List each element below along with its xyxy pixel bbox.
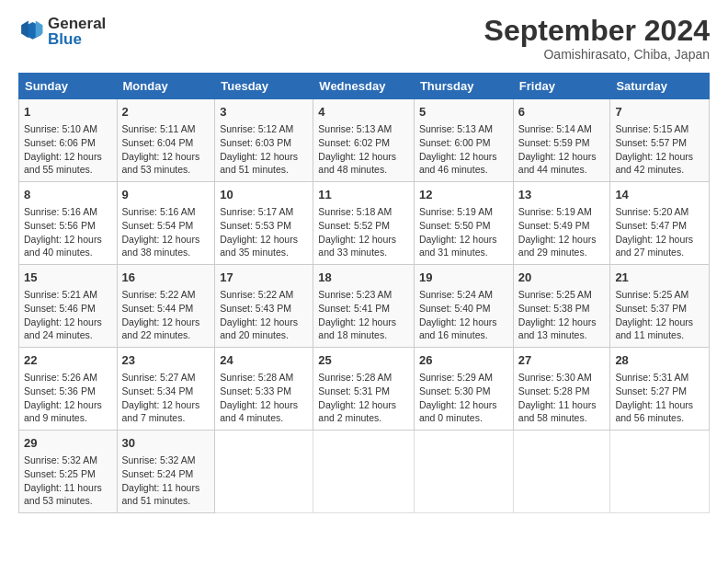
- sunrise-text: Sunrise: 5:25 AM: [615, 289, 688, 300]
- sunset-text: Sunset: 5:27 PM: [615, 385, 687, 396]
- calendar-cell: 14Sunrise: 5:20 AMSunset: 5:47 PMDayligh…: [610, 182, 710, 265]
- calendar-body: 1Sunrise: 5:10 AMSunset: 6:06 PMDaylight…: [19, 99, 710, 513]
- day-number: 5: [419, 104, 508, 121]
- svg-marker-2: [21, 20, 28, 38]
- calendar-week-row: 15Sunrise: 5:21 AMSunset: 5:46 PMDayligh…: [19, 265, 710, 348]
- sunset-text: Sunset: 5:41 PM: [318, 303, 390, 314]
- day-number: 22: [24, 352, 112, 369]
- daylight-text: Daylight: 12 hours and 40 minutes.: [24, 234, 102, 259]
- sunset-text: Sunset: 5:52 PM: [318, 220, 390, 231]
- logo: General Blue: [18, 15, 106, 49]
- daylight-text: Daylight: 12 hours and 55 minutes.: [24, 151, 102, 176]
- sunrise-text: Sunrise: 5:30 AM: [518, 372, 592, 383]
- sunrise-text: Sunrise: 5:19 AM: [419, 206, 493, 217]
- sunrise-text: Sunrise: 5:20 AM: [615, 206, 688, 217]
- calendar-cell: 8Sunrise: 5:16 AMSunset: 5:56 PMDaylight…: [19, 182, 118, 265]
- sunrise-text: Sunrise: 5:21 AM: [24, 289, 97, 300]
- calendar-cell: 3Sunrise: 5:12 AMSunset: 6:03 PMDaylight…: [215, 99, 313, 182]
- daylight-text: Daylight: 12 hours and 44 minutes.: [518, 151, 597, 176]
- day-number: 13: [518, 187, 606, 203]
- svg-marker-1: [36, 20, 43, 38]
- sunset-text: Sunset: 5:34 PM: [122, 385, 194, 396]
- daylight-text: Daylight: 12 hours and 24 minutes.: [24, 316, 102, 341]
- daylight-text: Daylight: 12 hours and 48 minutes.: [318, 151, 396, 176]
- sunrise-text: Sunrise: 5:10 AM: [24, 123, 97, 134]
- sunrise-text: Sunrise: 5:15 AM: [615, 123, 688, 134]
- weekday-header: Thursday: [414, 74, 513, 99]
- sunrise-text: Sunrise: 5:12 AM: [220, 123, 293, 134]
- sunset-text: Sunset: 6:02 PM: [318, 137, 390, 148]
- daylight-text: Daylight: 12 hours and 35 minutes.: [220, 234, 298, 259]
- daylight-text: Daylight: 12 hours and 4 minutes.: [220, 399, 298, 424]
- daylight-text: Daylight: 11 hours and 53 minutes.: [24, 482, 102, 507]
- calendar-cell: 24Sunrise: 5:28 AMSunset: 5:33 PMDayligh…: [215, 348, 313, 431]
- sunrise-text: Sunrise: 5:14 AM: [518, 123, 592, 134]
- sunset-text: Sunset: 5:25 PM: [24, 468, 96, 479]
- day-number: 6: [518, 104, 606, 121]
- daylight-text: Daylight: 12 hours and 51 minutes.: [220, 151, 298, 176]
- day-number: 17: [220, 270, 308, 286]
- sunset-text: Sunset: 6:04 PM: [122, 137, 194, 148]
- sunrise-text: Sunrise: 5:28 AM: [220, 372, 293, 383]
- sunset-text: Sunset: 5:49 PM: [518, 220, 590, 231]
- calendar-week-row: 29Sunrise: 5:32 AMSunset: 5:25 PMDayligh…: [19, 430, 710, 512]
- calendar-cell: 5Sunrise: 5:13 AMSunset: 6:00 PMDaylight…: [414, 99, 513, 182]
- calendar-cell: 19Sunrise: 5:24 AMSunset: 5:40 PMDayligh…: [414, 265, 513, 348]
- day-number: 4: [318, 104, 409, 121]
- title-area: September 2024 Oamishirasato, Chiba, Jap…: [484, 15, 710, 62]
- day-number: 19: [419, 270, 508, 286]
- calendar-cell: [610, 430, 710, 512]
- calendar-cell: 25Sunrise: 5:28 AMSunset: 5:31 PMDayligh…: [313, 348, 415, 431]
- sunset-text: Sunset: 6:00 PM: [419, 137, 491, 148]
- sunrise-text: Sunrise: 5:18 AM: [318, 206, 392, 217]
- calendar-cell: 6Sunrise: 5:14 AMSunset: 5:59 PMDaylight…: [513, 99, 610, 182]
- daylight-text: Daylight: 12 hours and 20 minutes.: [220, 316, 298, 341]
- day-number: 28: [615, 352, 704, 369]
- calendar-cell: 26Sunrise: 5:29 AMSunset: 5:30 PMDayligh…: [414, 348, 513, 431]
- calendar-cell: 4Sunrise: 5:13 AMSunset: 6:02 PMDaylight…: [313, 99, 415, 182]
- sunset-text: Sunset: 5:24 PM: [122, 468, 194, 479]
- sunset-text: Sunset: 5:36 PM: [24, 385, 96, 396]
- sunrise-text: Sunrise: 5:17 AM: [220, 206, 293, 217]
- sunset-text: Sunset: 5:46 PM: [24, 303, 96, 314]
- sunset-text: Sunset: 5:40 PM: [419, 303, 491, 314]
- daylight-text: Daylight: 12 hours and 13 minutes.: [518, 316, 597, 341]
- calendar-cell: 18Sunrise: 5:23 AMSunset: 5:41 PMDayligh…: [313, 265, 415, 348]
- day-number: 30: [122, 435, 210, 452]
- calendar-week-row: 1Sunrise: 5:10 AMSunset: 6:06 PMDaylight…: [19, 99, 710, 182]
- sunset-text: Sunset: 5:50 PM: [419, 220, 491, 231]
- sunset-text: Sunset: 5:28 PM: [518, 385, 590, 396]
- day-number: 2: [122, 104, 210, 121]
- sunset-text: Sunset: 5:37 PM: [615, 303, 687, 314]
- header: General Blue September 2024 Oamishirasat…: [18, 15, 710, 62]
- sunrise-text: Sunrise: 5:19 AM: [518, 206, 592, 217]
- sunset-text: Sunset: 5:47 PM: [615, 220, 687, 231]
- daylight-text: Daylight: 12 hours and 46 minutes.: [419, 151, 497, 176]
- logo-text: General Blue: [48, 15, 106, 49]
- day-number: 8: [24, 187, 112, 203]
- daylight-text: Daylight: 12 hours and 31 minutes.: [419, 234, 497, 259]
- sunrise-text: Sunrise: 5:28 AM: [318, 372, 392, 383]
- daylight-text: Daylight: 12 hours and 7 minutes.: [122, 399, 200, 424]
- sunrise-text: Sunrise: 5:16 AM: [122, 206, 196, 217]
- daylight-text: Daylight: 12 hours and 11 minutes.: [615, 316, 693, 341]
- calendar-cell: 20Sunrise: 5:25 AMSunset: 5:38 PMDayligh…: [513, 265, 610, 348]
- sunrise-text: Sunrise: 5:24 AM: [419, 289, 493, 300]
- calendar-cell: 13Sunrise: 5:19 AMSunset: 5:49 PMDayligh…: [513, 182, 610, 265]
- calendar-cell: [414, 430, 513, 512]
- day-number: 18: [318, 270, 409, 286]
- sunrise-text: Sunrise: 5:13 AM: [318, 123, 392, 134]
- daylight-text: Daylight: 11 hours and 58 minutes.: [518, 399, 597, 424]
- day-number: 11: [318, 187, 409, 203]
- day-number: 23: [122, 352, 210, 369]
- calendar-cell: 11Sunrise: 5:18 AMSunset: 5:52 PMDayligh…: [313, 182, 415, 265]
- sunrise-text: Sunrise: 5:16 AM: [24, 206, 97, 217]
- daylight-text: Daylight: 12 hours and 2 minutes.: [318, 399, 396, 424]
- daylight-text: Daylight: 12 hours and 16 minutes.: [419, 316, 497, 341]
- calendar-cell: 15Sunrise: 5:21 AMSunset: 5:46 PMDayligh…: [19, 265, 118, 348]
- sunrise-text: Sunrise: 5:11 AM: [122, 123, 196, 134]
- daylight-text: Daylight: 12 hours and 9 minutes.: [24, 399, 102, 424]
- calendar-cell: 12Sunrise: 5:19 AMSunset: 5:50 PMDayligh…: [414, 182, 513, 265]
- calendar-cell: 28Sunrise: 5:31 AMSunset: 5:27 PMDayligh…: [610, 348, 710, 431]
- sunrise-text: Sunrise: 5:23 AM: [318, 289, 392, 300]
